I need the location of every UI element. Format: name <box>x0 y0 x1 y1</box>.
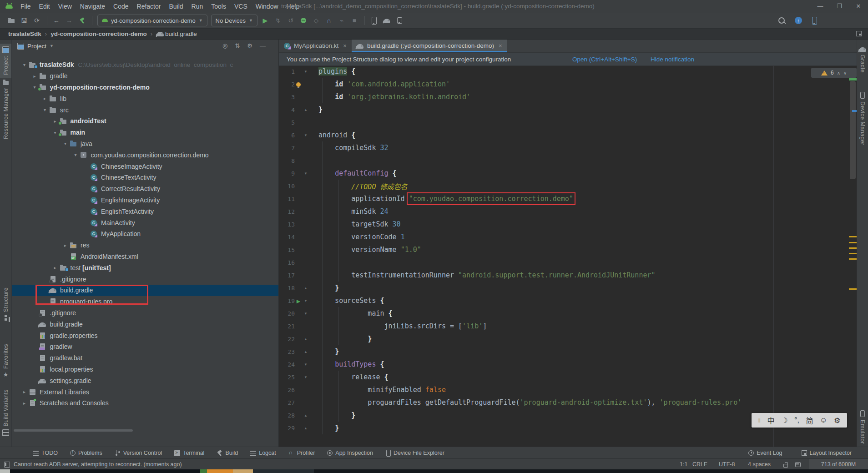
tree-item-build-gradle[interactable]: build.gradle <box>11 318 278 330</box>
menu-file[interactable]: File <box>16 0 35 13</box>
chevron-open-icon[interactable]: ▾ <box>72 152 79 157</box>
tree-item-gradlew-bat[interactable]: gradlew.bat <box>11 352 278 364</box>
ime-button-2[interactable]: °, <box>794 416 799 424</box>
tree-item-traslatesdk[interactable]: ▾traslateSdkC:\Users\wb.xusj\Desktop\and… <box>11 59 278 70</box>
line-number[interactable]: 15 <box>279 247 295 253</box>
line-ending[interactable]: CRLF <box>692 459 707 470</box>
tree-item-chineseimageactivity[interactable]: ChineseImageActivity <box>11 161 278 172</box>
tree-item-test[interactable]: ▸test [unitTest] <box>11 262 278 273</box>
hide-notification-link[interactable]: Hide notification <box>651 56 694 63</box>
code-area[interactable]: 1▾plugins {2 id 'com.android.application… <box>278 65 857 447</box>
menu-code[interactable]: Code <box>109 0 132 13</box>
stripe-tab-gradle[interactable]: Gradle <box>857 44 868 75</box>
line-number[interactable]: 18 <box>279 285 295 292</box>
bottom-tab-terminal[interactable]: Terminal <box>174 450 204 456</box>
file-encoding[interactable]: UTF-8 <box>719 459 735 470</box>
line-number[interactable]: 29 <box>279 425 295 432</box>
line-number[interactable]: 1 <box>279 68 295 75</box>
search-everywhere-icon[interactable] <box>778 17 785 24</box>
tree-item-external-libraries[interactable]: ▸External Libraries <box>11 386 278 398</box>
editor[interactable]: MyApplication.kt×build.gradle (:yd-compo… <box>278 39 857 447</box>
bottom-tab-build[interactable]: Build <box>217 450 238 456</box>
line-number[interactable]: 19 <box>279 297 295 304</box>
menu-refactor[interactable]: Refactor <box>133 0 165 13</box>
stripe-tab-resource-manager[interactable]: Resource Manager <box>0 77 11 142</box>
menu-run[interactable]: Run <box>187 0 207 13</box>
chevron-closed-icon[interactable]: ▸ <box>31 74 38 79</box>
line-number[interactable]: 26 <box>279 387 295 393</box>
tree-item-scratches-and-consoles[interactable]: ▸Scratches and Consoles <box>11 398 278 409</box>
tree-item-com-youdao-composition-correction-demo[interactable]: ▾com.youdao.composition.correction.demo <box>11 149 278 161</box>
tree-item-java[interactable]: ▾java <box>11 138 278 150</box>
fold-marker-icon[interactable]: ▾ <box>302 298 309 303</box>
fold-marker-icon[interactable]: ▴ <box>302 426 309 430</box>
ime-button-4[interactable]: ☺ <box>820 416 827 424</box>
tree-item-androidmanifest-xml[interactable]: AndroidManifest.xml <box>11 251 278 262</box>
connected-device-icon[interactable] <box>812 17 817 25</box>
line-number[interactable]: 2 <box>279 81 295 88</box>
tree-item-gradle-properties[interactable]: gradle.properties <box>11 330 278 341</box>
menu-navigate[interactable]: Navigate <box>76 0 109 13</box>
chevron-closed-icon[interactable]: ▸ <box>41 96 48 101</box>
menu-view[interactable]: View <box>54 0 76 13</box>
fold-marker-icon[interactable]: ▾ <box>302 133 309 137</box>
line-number[interactable]: 7 <box>279 145 295 151</box>
settings-gear-icon[interactable]: ⚙ <box>247 42 252 49</box>
breadcrumb-item[interactable]: yd-composition-correction-demo <box>50 30 147 37</box>
line-number[interactable]: 20 <box>279 310 295 317</box>
tree-item-englishimageactivity[interactable]: EnglishImageActivity <box>11 195 278 206</box>
tree-item-yd-composition-correction-demo[interactable]: ▾yd-composition-correction-demo <box>11 82 278 93</box>
menu-build[interactable]: Build <box>165 0 187 13</box>
chevron-open-icon[interactable]: ▾ <box>62 141 69 146</box>
line-number[interactable]: 22 <box>279 336 295 342</box>
ime-button-5[interactable]: ⚙ <box>834 416 840 425</box>
lock-icon[interactable] <box>783 464 788 468</box>
ime-button-3[interactable]: 简 <box>806 415 813 426</box>
line-number[interactable]: 10 <box>279 183 295 190</box>
line-number[interactable]: 4 <box>279 106 295 113</box>
bottom-tab-layout-inspector[interactable]: Layout Inspector <box>802 450 852 456</box>
forward-icon[interactable]: → <box>63 15 75 26</box>
chevron-open-icon[interactable]: ▾ <box>31 85 38 90</box>
close-icon[interactable]: × <box>499 42 502 49</box>
line-number[interactable]: 28 <box>279 412 295 419</box>
fold-marker-icon[interactable]: ▾ <box>302 362 309 367</box>
chevron-closed-icon[interactable]: ▸ <box>52 119 59 124</box>
chevron-down-icon[interactable]: ▼ <box>50 44 54 48</box>
bottom-tab-profiler[interactable]: Profiler <box>288 450 315 456</box>
tool-window-toggle-icon[interactable] <box>4 462 10 468</box>
next-warning-icon[interactable]: ∨ <box>843 70 847 75</box>
tree-item-correctresultactivity[interactable]: CorrectResultActivity <box>11 183 278 195</box>
bottom-tab-version-control[interactable]: Version Control <box>115 450 162 456</box>
tab-build-gradle-yd-composition-correction-demo[interactable]: build.gradle (:yd-composition-correction… <box>352 39 507 52</box>
sync-icon[interactable]: ⟳ <box>31 15 43 26</box>
bottom-tab-problems[interactable]: Problems <box>70 450 102 456</box>
bottom-tab-app-inspection[interactable]: App Inspection <box>327 450 373 456</box>
tree-item-mainactivity[interactable]: MainActivity <box>11 217 278 228</box>
maximize-button[interactable]: ❐ <box>836 0 843 13</box>
sync-gradle-icon[interactable] <box>381 15 393 26</box>
hide-panel-icon[interactable]: — <box>260 42 266 49</box>
caret-position[interactable]: 1:1 <box>680 459 687 470</box>
line-number[interactable]: 21 <box>279 323 295 330</box>
stripe-tab-structure[interactable]: Structure <box>0 285 11 323</box>
run-button[interactable]: ▶ <box>259 15 271 26</box>
menu-edit[interactable]: Edit <box>35 0 54 13</box>
close-icon[interactable]: × <box>343 42 347 49</box>
tab-myapplication-kt[interactable]: MyApplication.kt× <box>278 39 352 52</box>
line-number[interactable]: 11 <box>279 196 295 202</box>
stripe-tab-project[interactable]: Project <box>0 44 11 78</box>
menu-vcs[interactable]: VCS <box>230 0 252 13</box>
breadcrumb-item[interactable]: traslateSdk <box>8 30 41 37</box>
debug-button[interactable] <box>298 15 309 26</box>
memory-indicator[interactable]: 713 of 6000M <box>809 459 868 470</box>
locate-file-icon[interactable]: ◎ <box>222 42 227 49</box>
fold-marker-icon[interactable]: ▾ <box>302 375 309 379</box>
chevron-closed-icon[interactable]: ▸ <box>21 389 28 394</box>
ime-button-1[interactable]: ☽ <box>781 416 787 425</box>
sdk-manager-icon[interactable] <box>394 15 405 26</box>
bottom-tab-event-log[interactable]: Event Log <box>748 450 782 456</box>
tree-item-gradlew[interactable]: gradlew <box>11 341 278 352</box>
minimize-button[interactable]: — <box>817 0 823 13</box>
tree-item-lib[interactable]: ▸lib <box>11 93 278 104</box>
